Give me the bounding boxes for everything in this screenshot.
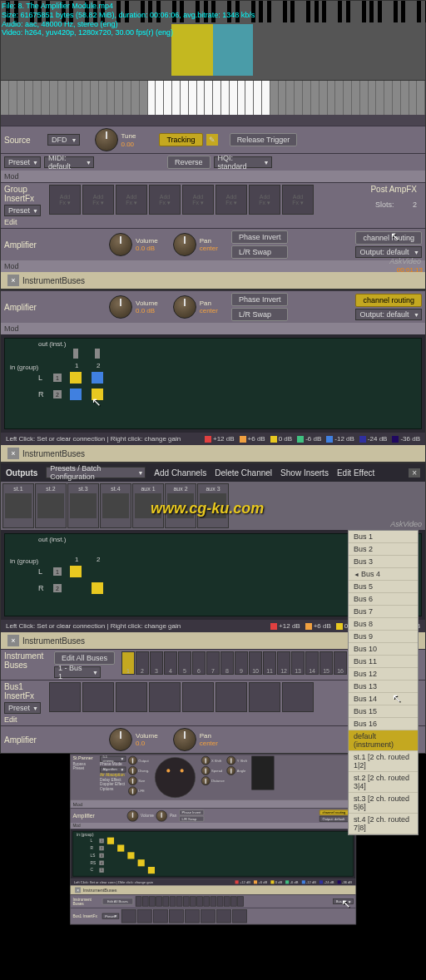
channel-routing-button[interactable]: channel routing xyxy=(355,231,422,245)
output-knob[interactable] xyxy=(128,756,137,765)
bus-fx-slot[interactable] xyxy=(282,682,314,712)
distance-knob[interactable] xyxy=(201,776,211,785)
bus-menu-item[interactable]: Bus 8 xyxy=(349,618,418,631)
hq-dropdown[interactable]: HQI: standard xyxy=(214,156,272,168)
lr-swap-button-2[interactable]: L/R Swap xyxy=(231,308,289,321)
fx-slot[interactable]: AddFx ▾ xyxy=(49,185,81,215)
fx-slot[interactable]: AddFx ▾ xyxy=(116,185,147,215)
bus-menu-item[interactable]: Bus 2 xyxy=(349,543,418,556)
channel-strip[interactable]: st.3 xyxy=(67,483,99,528)
bus-slot[interactable]: 13 xyxy=(291,651,305,675)
bus-slot[interactable]: 2 xyxy=(136,651,149,675)
routing-cell[interactable] xyxy=(138,859,145,866)
bus-fx-slot[interactable] xyxy=(116,682,147,712)
source-mod-row[interactable]: Mod xyxy=(1,171,425,182)
bus-menu-item[interactable]: Bus 10 xyxy=(349,643,418,656)
bus-slot[interactable]: 15 xyxy=(320,651,333,675)
group-fx-edit[interactable]: Edit xyxy=(4,218,46,226)
show-inserts-button[interactable]: Show Inserts xyxy=(280,468,329,478)
bus-slot[interactable]: 4 xyxy=(164,651,177,675)
piano-keyboard[interactable]: for(let i=0;i<52;i++)document.write('<di… xyxy=(1,80,425,115)
routing-cell[interactable] xyxy=(107,838,114,844)
instrument-buses-tab[interactable]: InstrumentBuses xyxy=(22,276,85,285)
surround-panner[interactable] xyxy=(155,757,196,798)
bus-context-menu[interactable]: const bm=["Bus 1","Bus 2","Bus 3","Bus 4… xyxy=(348,530,419,835)
routing-grid[interactable]: out (inst.) in (group) 1 2 L R 1 2 xyxy=(4,338,422,429)
bus-menu-item[interactable]: Bus 4 xyxy=(349,568,418,581)
midi-dropdown[interactable]: MIDI: default xyxy=(44,156,94,168)
tune-knob[interactable] xyxy=(95,128,118,151)
source-dropdown[interactable]: DFD xyxy=(47,134,80,146)
bus-menu-item[interactable]: Bus 7 xyxy=(349,606,418,618)
pan-knob-3[interactable] xyxy=(173,728,196,751)
reverse-button[interactable]: Reverse xyxy=(167,156,211,169)
channel-strip[interactable]: st.1 xyxy=(2,483,34,528)
xshift-knob[interactable] xyxy=(201,756,211,765)
bus-menu-item[interactable]: Bus 13 xyxy=(349,681,418,693)
bus-menu-item[interactable]: Bus 6 xyxy=(349,593,418,606)
bus-slot[interactable]: 9 xyxy=(235,651,248,675)
fx-slot[interactable]: AddFx ▾ xyxy=(215,185,247,215)
routing-cell[interactable] xyxy=(70,566,82,577)
bus-slot[interactable]: 7 xyxy=(206,651,220,675)
bus-menu-item[interactable]: Bus 12 xyxy=(349,668,418,681)
fx-slot[interactable]: AddFx ▾ xyxy=(149,185,181,215)
fx-slot[interactable]: AddFx ▾ xyxy=(282,185,314,215)
bus-fx-slot[interactable] xyxy=(82,682,114,712)
delete-channel-button[interactable]: Delete Channel xyxy=(215,468,272,478)
bus-menu-item[interactable]: Bus 16 xyxy=(349,718,418,730)
bus-menu-item[interactable]: Bus 11 xyxy=(349,656,418,668)
size-knob[interactable] xyxy=(128,776,137,785)
bus-fx-slot[interactable] xyxy=(49,682,81,712)
bus-menu-item[interactable]: Bus 14 xyxy=(349,693,418,705)
bus-select-dropdown[interactable]: 1 - Bus 1 xyxy=(54,666,101,678)
angle-knob[interactable] xyxy=(227,766,236,775)
routing-cell[interactable] xyxy=(70,389,82,400)
lfe-knob[interactable] xyxy=(128,786,137,795)
channel-strip[interactable]: st.4 xyxy=(100,483,131,528)
phase-invert-button[interactable]: Phase Invert xyxy=(231,230,289,244)
lr-swap-button[interactable]: L/R Swap xyxy=(231,245,289,259)
routing-grid-5[interactable]: in (group) const rows5=["L","R","LS","RS… xyxy=(72,831,353,876)
pan-knob-2[interactable] xyxy=(173,295,196,319)
bus-slot[interactable]: 3 xyxy=(150,651,163,675)
bus-menu-output[interactable]: st.4 [2 ch. routed 7|8] xyxy=(349,814,418,834)
volume-knob-3[interactable] xyxy=(109,728,132,751)
source-preset-dropdown[interactable]: Preset xyxy=(4,156,41,168)
bus-menu-item[interactable]: Bus 5 xyxy=(349,581,418,593)
bus-menu-output[interactable]: st.1 [2 ch. routed 1|2] xyxy=(349,751,418,772)
fx-slot[interactable]: AddFx ▾ xyxy=(82,185,114,215)
edit-all-buses-button[interactable]: Edit All Buses xyxy=(54,651,115,665)
amp-mod-row[interactable]: Mod xyxy=(1,260,425,272)
yshift-knob[interactable] xyxy=(227,756,236,765)
bus-slot[interactable]: 16 xyxy=(334,651,347,675)
tracking-button[interactable]: Tracking xyxy=(159,133,202,146)
close-outputs-icon[interactable]: × xyxy=(409,468,420,478)
bus-slot[interactable]: 12 xyxy=(277,651,290,675)
bus-fx-slot[interactable] xyxy=(182,682,214,712)
bus-slot[interactable]: 11 xyxy=(263,651,276,675)
edit-effect-button[interactable]: Edit Effect xyxy=(337,468,374,478)
bus-menu-item[interactable]: Bus 15 xyxy=(349,705,418,718)
group-fx-preset[interactable]: Preset xyxy=(4,205,41,216)
bus-slot[interactable]: 1 xyxy=(121,651,135,675)
bus-slot[interactable]: 10 xyxy=(249,651,262,675)
bus1-preset[interactable]: Preset xyxy=(4,702,41,714)
bus-menu-output[interactable]: st.3 [2 ch. routed 5|6] xyxy=(349,793,418,814)
close-icon[interactable]: × xyxy=(7,275,19,286)
fx-slot[interactable]: AddFx ▾ xyxy=(182,185,214,215)
volume-knob-2[interactable] xyxy=(109,295,132,319)
routing-cell[interactable] xyxy=(70,372,82,384)
bus-menu-item[interactable]: Bus 3 xyxy=(349,556,418,568)
routing-cell[interactable] xyxy=(117,844,124,851)
bus-fx-slot[interactable] xyxy=(249,682,280,712)
bus-slot[interactable]: 6 xyxy=(192,651,206,675)
close-icon[interactable]: × xyxy=(7,448,19,459)
channel-routing-button-active[interactable]: channel routing xyxy=(355,294,422,307)
presets-batch-dropdown[interactable]: Presets / Batch Configuration xyxy=(46,467,146,478)
release-trigger-button[interactable]: Release Trigger xyxy=(230,133,298,146)
bus-slot[interactable]: 8 xyxy=(220,651,234,675)
bus-fx-slot[interactable] xyxy=(215,682,247,712)
volume-knob[interactable] xyxy=(109,233,132,256)
bus-menu-item[interactable]: Bus 1 xyxy=(349,531,418,543)
